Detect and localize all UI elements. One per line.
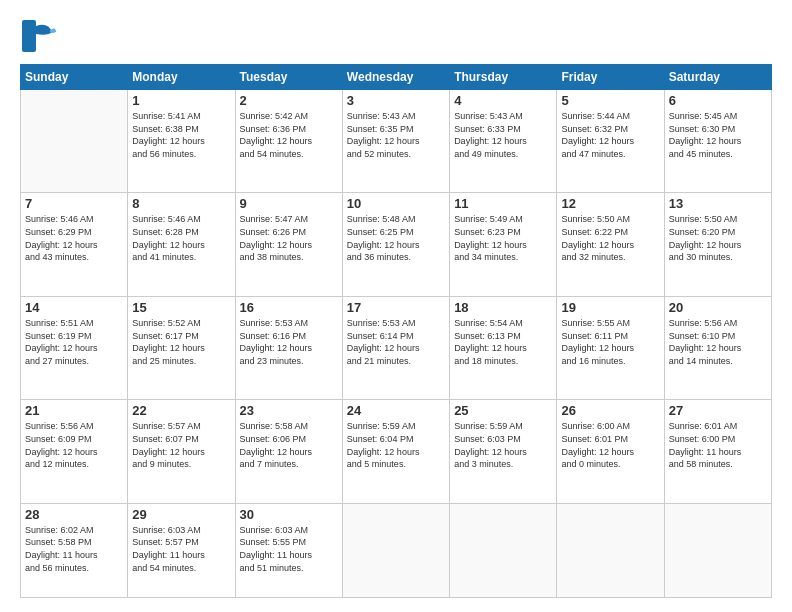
day-number: 7 [25,196,123,211]
weekday-header-tuesday: Tuesday [235,65,342,90]
week-row-2: 7Sunrise: 5:46 AM Sunset: 6:29 PM Daylig… [21,193,772,296]
day-info: Sunrise: 5:50 AM Sunset: 6:20 PM Dayligh… [669,213,767,263]
day-info: Sunrise: 5:41 AM Sunset: 6:38 PM Dayligh… [132,110,230,160]
logo [20,18,60,54]
day-info: Sunrise: 5:59 AM Sunset: 6:03 PM Dayligh… [454,420,552,470]
day-info: Sunrise: 5:53 AM Sunset: 6:16 PM Dayligh… [240,317,338,367]
svg-rect-0 [22,20,36,52]
calendar-cell: 19Sunrise: 5:55 AM Sunset: 6:11 PM Dayli… [557,296,664,399]
calendar-cell: 17Sunrise: 5:53 AM Sunset: 6:14 PM Dayli… [342,296,449,399]
calendar-cell: 5Sunrise: 5:44 AM Sunset: 6:32 PM Daylig… [557,90,664,193]
day-info: Sunrise: 5:46 AM Sunset: 6:29 PM Dayligh… [25,213,123,263]
day-number: 18 [454,300,552,315]
day-info: Sunrise: 5:48 AM Sunset: 6:25 PM Dayligh… [347,213,445,263]
day-number: 22 [132,403,230,418]
day-info: Sunrise: 5:59 AM Sunset: 6:04 PM Dayligh… [347,420,445,470]
calendar-cell: 8Sunrise: 5:46 AM Sunset: 6:28 PM Daylig… [128,193,235,296]
calendar-cell: 9Sunrise: 5:47 AM Sunset: 6:26 PM Daylig… [235,193,342,296]
day-info: Sunrise: 5:43 AM Sunset: 6:33 PM Dayligh… [454,110,552,160]
day-number: 2 [240,93,338,108]
calendar-cell: 29Sunrise: 6:03 AM Sunset: 5:57 PM Dayli… [128,503,235,597]
calendar-cell: 18Sunrise: 5:54 AM Sunset: 6:13 PM Dayli… [450,296,557,399]
week-row-4: 21Sunrise: 5:56 AM Sunset: 6:09 PM Dayli… [21,400,772,503]
day-number: 5 [561,93,659,108]
day-number: 9 [240,196,338,211]
calendar-cell: 10Sunrise: 5:48 AM Sunset: 6:25 PM Dayli… [342,193,449,296]
weekday-header-sunday: Sunday [21,65,128,90]
day-info: Sunrise: 5:52 AM Sunset: 6:17 PM Dayligh… [132,317,230,367]
weekday-header-row: SundayMondayTuesdayWednesdayThursdayFrid… [21,65,772,90]
calendar-cell: 14Sunrise: 5:51 AM Sunset: 6:19 PM Dayli… [21,296,128,399]
calendar-cell: 6Sunrise: 5:45 AM Sunset: 6:30 PM Daylig… [664,90,771,193]
calendar-cell: 24Sunrise: 5:59 AM Sunset: 6:04 PM Dayli… [342,400,449,503]
calendar-cell: 2Sunrise: 5:42 AM Sunset: 6:36 PM Daylig… [235,90,342,193]
day-info: Sunrise: 5:46 AM Sunset: 6:28 PM Dayligh… [132,213,230,263]
calendar-cell: 20Sunrise: 5:56 AM Sunset: 6:10 PM Dayli… [664,296,771,399]
calendar-cell: 1Sunrise: 5:41 AM Sunset: 6:38 PM Daylig… [128,90,235,193]
logo-icon [20,18,56,54]
week-row-3: 14Sunrise: 5:51 AM Sunset: 6:19 PM Dayli… [21,296,772,399]
day-number: 29 [132,507,230,522]
calendar-table: SundayMondayTuesdayWednesdayThursdayFrid… [20,64,772,598]
calendar-cell [664,503,771,597]
calendar-cell: 30Sunrise: 6:03 AM Sunset: 5:55 PM Dayli… [235,503,342,597]
day-number: 10 [347,196,445,211]
calendar-cell: 21Sunrise: 5:56 AM Sunset: 6:09 PM Dayli… [21,400,128,503]
calendar-cell [21,90,128,193]
day-info: Sunrise: 5:54 AM Sunset: 6:13 PM Dayligh… [454,317,552,367]
day-number: 15 [132,300,230,315]
weekday-header-wednesday: Wednesday [342,65,449,90]
day-number: 26 [561,403,659,418]
day-info: Sunrise: 5:44 AM Sunset: 6:32 PM Dayligh… [561,110,659,160]
day-number: 27 [669,403,767,418]
calendar-cell: 26Sunrise: 6:00 AM Sunset: 6:01 PM Dayli… [557,400,664,503]
week-row-5: 28Sunrise: 6:02 AM Sunset: 5:58 PM Dayli… [21,503,772,597]
day-number: 21 [25,403,123,418]
calendar-cell: 11Sunrise: 5:49 AM Sunset: 6:23 PM Dayli… [450,193,557,296]
day-number: 8 [132,196,230,211]
day-info: Sunrise: 5:49 AM Sunset: 6:23 PM Dayligh… [454,213,552,263]
calendar-cell: 13Sunrise: 5:50 AM Sunset: 6:20 PM Dayli… [664,193,771,296]
day-info: Sunrise: 5:56 AM Sunset: 6:10 PM Dayligh… [669,317,767,367]
day-number: 13 [669,196,767,211]
day-number: 25 [454,403,552,418]
day-info: Sunrise: 5:53 AM Sunset: 6:14 PM Dayligh… [347,317,445,367]
day-number: 28 [25,507,123,522]
day-number: 19 [561,300,659,315]
day-info: Sunrise: 5:43 AM Sunset: 6:35 PM Dayligh… [347,110,445,160]
day-number: 12 [561,196,659,211]
day-number: 16 [240,300,338,315]
calendar-cell: 15Sunrise: 5:52 AM Sunset: 6:17 PM Dayli… [128,296,235,399]
day-number: 24 [347,403,445,418]
day-number: 23 [240,403,338,418]
calendar-cell: 25Sunrise: 5:59 AM Sunset: 6:03 PM Dayli… [450,400,557,503]
day-number: 3 [347,93,445,108]
header [20,18,772,54]
weekday-header-thursday: Thursday [450,65,557,90]
day-number: 11 [454,196,552,211]
calendar-cell: 16Sunrise: 5:53 AM Sunset: 6:16 PM Dayli… [235,296,342,399]
day-info: Sunrise: 6:00 AM Sunset: 6:01 PM Dayligh… [561,420,659,470]
day-number: 20 [669,300,767,315]
day-number: 14 [25,300,123,315]
day-info: Sunrise: 6:02 AM Sunset: 5:58 PM Dayligh… [25,524,123,574]
calendar-cell: 12Sunrise: 5:50 AM Sunset: 6:22 PM Dayli… [557,193,664,296]
day-info: Sunrise: 5:57 AM Sunset: 6:07 PM Dayligh… [132,420,230,470]
calendar-cell [342,503,449,597]
day-info: Sunrise: 5:50 AM Sunset: 6:22 PM Dayligh… [561,213,659,263]
day-number: 6 [669,93,767,108]
calendar-cell: 27Sunrise: 6:01 AM Sunset: 6:00 PM Dayli… [664,400,771,503]
day-info: Sunrise: 6:01 AM Sunset: 6:00 PM Dayligh… [669,420,767,470]
day-info: Sunrise: 5:58 AM Sunset: 6:06 PM Dayligh… [240,420,338,470]
day-info: Sunrise: 5:55 AM Sunset: 6:11 PM Dayligh… [561,317,659,367]
week-row-1: 1Sunrise: 5:41 AM Sunset: 6:38 PM Daylig… [21,90,772,193]
day-number: 30 [240,507,338,522]
weekday-header-saturday: Saturday [664,65,771,90]
calendar-cell: 23Sunrise: 5:58 AM Sunset: 6:06 PM Dayli… [235,400,342,503]
day-info: Sunrise: 5:47 AM Sunset: 6:26 PM Dayligh… [240,213,338,263]
page: SundayMondayTuesdayWednesdayThursdayFrid… [0,0,792,612]
calendar-cell: 28Sunrise: 6:02 AM Sunset: 5:58 PM Dayli… [21,503,128,597]
calendar-cell: 7Sunrise: 5:46 AM Sunset: 6:29 PM Daylig… [21,193,128,296]
weekday-header-monday: Monday [128,65,235,90]
day-info: Sunrise: 5:56 AM Sunset: 6:09 PM Dayligh… [25,420,123,470]
